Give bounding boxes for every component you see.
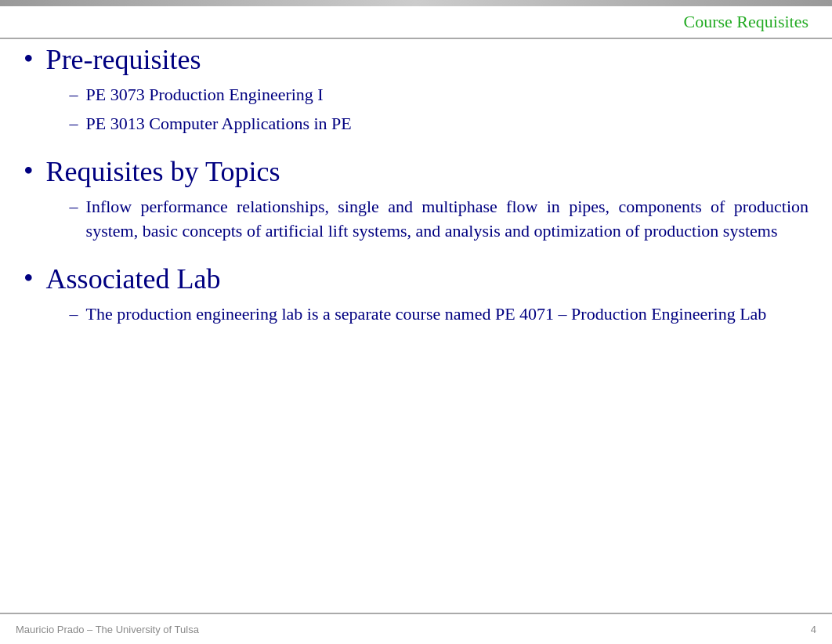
bullet-topics: • Requisites by Topics – Inflow performa… xyxy=(24,155,808,248)
lab-section: Associated Lab – The production engineer… xyxy=(46,262,767,331)
dash-icon-2: – xyxy=(70,114,78,134)
title-bar: Course Requisites xyxy=(0,6,832,39)
bullet-dot-topics: • xyxy=(24,157,34,185)
footer-author: Mauricio Prado – The University of Tulsa xyxy=(16,624,199,635)
bullet-dot-prereqs: • xyxy=(24,45,34,73)
prereqs-label: Pre-requisites xyxy=(46,44,201,75)
lab-text-1: The production engineering lab is a sepa… xyxy=(86,302,767,327)
topics-text-1: Inflow performance relationships, single… xyxy=(86,195,808,244)
prereqs-text-2: PE 3013 Computer Applications in PE xyxy=(86,112,352,136)
lab-item-1: – The production engineering lab is a se… xyxy=(70,302,767,327)
main-bullet-list: • Pre-requisites – PE 3073 Production En… xyxy=(24,43,808,331)
prereqs-section: Pre-requisites – PE 3073 Production Engi… xyxy=(46,43,352,141)
bullet-prereqs: • Pre-requisites – PE 3073 Production En… xyxy=(24,43,808,141)
prereqs-text-1: PE 3073 Production Engineering I xyxy=(86,83,324,107)
prereqs-item-1: – PE 3073 Production Engineering I xyxy=(70,83,352,107)
dash-icon-3: – xyxy=(70,197,78,217)
prereqs-sub-list: – PE 3073 Production Engineering I – PE … xyxy=(70,83,352,136)
prereqs-item-2: – PE 3013 Computer Applications in PE xyxy=(70,112,352,136)
bullet-lab: • Associated Lab – The production engine… xyxy=(24,262,808,331)
dash-icon-1: – xyxy=(70,85,78,105)
topics-label: Requisites by Topics xyxy=(46,156,280,187)
top-decorative-bar xyxy=(0,0,832,6)
footer-bar: Mauricio Prado – The University of Tulsa… xyxy=(0,613,832,644)
slide-content: • Pre-requisites – PE 3073 Production En… xyxy=(24,43,808,597)
dash-icon-4: – xyxy=(70,304,78,324)
footer-page-number: 4 xyxy=(811,624,816,635)
topics-section: Requisites by Topics – Inflow performanc… xyxy=(46,155,808,248)
bullet-dot-lab: • xyxy=(24,264,34,292)
topics-item-1: – Inflow performance relationships, sing… xyxy=(70,195,808,244)
slide-title: Course Requisites xyxy=(684,12,809,32)
lab-label: Associated Lab xyxy=(46,263,221,295)
lab-sub-list: – The production engineering lab is a se… xyxy=(70,302,767,327)
topics-sub-list: – Inflow performance relationships, sing… xyxy=(70,195,808,244)
